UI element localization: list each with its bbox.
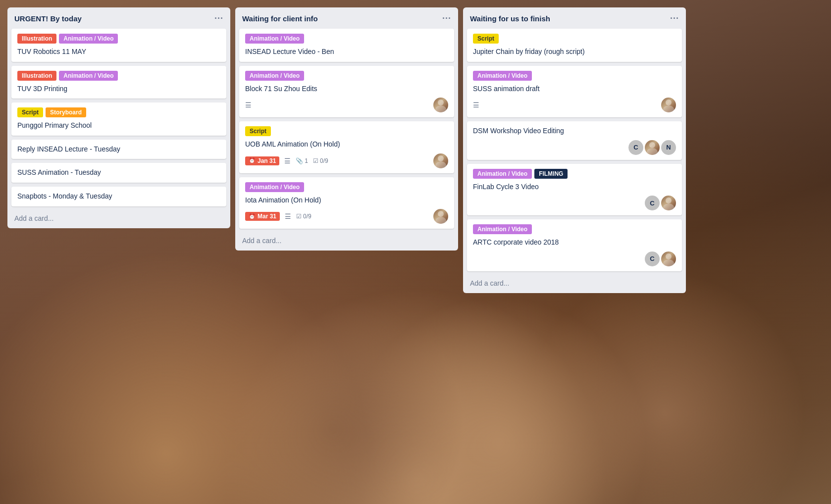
card-labels: Illustration Animation / Video <box>17 71 220 81</box>
column-title-waiting-us: Waiting for us to finish <box>470 14 550 23</box>
column-header-waiting-us: Waiting for us to finish ··· <box>463 7 686 29</box>
column-menu-waiting-client[interactable]: ··· <box>442 13 451 24</box>
clock-icon: ⏰ <box>249 213 256 220</box>
due-badge: ⏰ Mar 31 <box>245 212 280 221</box>
card-punggol[interactable]: Script Storyboard Punggol Primary School <box>11 102 226 136</box>
card-title: FinLab Cycle 3 Video <box>473 182 676 192</box>
checklist: ☑ 0/9 <box>313 157 328 164</box>
card-meta-left: ☰ <box>473 101 479 109</box>
card-meta: ☰ <box>473 98 676 112</box>
label-illustration: Illustration <box>17 34 56 44</box>
card-meta-left: ⏰ Mar 31 ☰ ☑ 0/9 <box>245 212 312 221</box>
attachment-icon: 📎 <box>296 157 303 164</box>
card-title: Iota Animation (On Hold) <box>245 196 448 205</box>
card-labels: Script Storyboard <box>17 107 220 117</box>
board: URGENT! By today ··· Illustration Animat… <box>0 0 831 504</box>
checklist-icon: ☑ <box>313 157 318 164</box>
card-labels: Script <box>245 126 448 136</box>
card-labels: Animation / Video <box>473 224 676 234</box>
card-dsm-workshop[interactable]: DSM Workshop Video Editing C N <box>467 121 682 160</box>
due-date: Jan 31 <box>258 157 276 164</box>
column-cards-waiting-client: Animation / Video INSEAD Lecture Video -… <box>235 29 458 233</box>
label-animation: Animation / Video <box>245 34 304 44</box>
column-header-urgent: URGENT! By today ··· <box>7 7 230 29</box>
due-date: Mar 31 <box>258 213 276 220</box>
card-suss-animation[interactable]: SUSS Animation - Tuesday <box>11 163 226 183</box>
attachment-count: 📎 1 <box>296 157 308 164</box>
label-animation: Animation / Video <box>59 71 118 81</box>
card-jupiter-chain[interactable]: Script Jupiter Chain by friday (rough sc… <box>467 29 682 62</box>
column-waiting-client: Waiting for client info ··· Animation / … <box>235 7 458 251</box>
card-uob-aml[interactable]: Script UOB AML Animation (On Hold) ⏰ Jan… <box>239 121 454 173</box>
column-title-waiting-client: Waiting for client info <box>242 14 318 23</box>
avatars: C N <box>628 140 676 155</box>
card-labels: Animation / Video <box>245 34 448 44</box>
add-card-waiting-client[interactable]: Add a card... <box>235 233 458 251</box>
description-icon: ☰ <box>285 212 291 220</box>
column-title-urgent: URGENT! By today <box>14 14 82 23</box>
avatar-photo <box>661 196 676 210</box>
clock-icon: ⏰ <box>249 157 256 164</box>
card-title: DSM Workshop Video Editing <box>473 126 676 136</box>
column-waiting-us: Waiting for us to finish ··· Script Jupi… <box>463 7 686 293</box>
avatar-photo <box>645 140 660 155</box>
label-animation: Animation / Video <box>473 224 532 234</box>
card-labels: Script <box>473 34 676 44</box>
label-storyboard: Storyboard <box>46 107 86 117</box>
label-filming: FILMING <box>534 169 568 179</box>
card-title: TUV 3D Printing <box>17 84 220 94</box>
avatar-photo <box>661 252 676 266</box>
card-labels: Animation / Video <box>245 182 448 192</box>
card-title: Punggol Primary School <box>17 121 220 131</box>
description-icon: ☰ <box>473 101 479 109</box>
card-block71[interactable]: Animation / Video Block 71 Su Zhou Edits… <box>239 66 454 118</box>
column-menu-waiting-us[interactable]: ··· <box>670 13 679 24</box>
checklist: ☑ 0/9 <box>296 213 312 220</box>
card-meta: ⏰ Mar 31 ☰ ☑ 0/9 <box>245 209 448 224</box>
card-meta: C N <box>473 140 676 155</box>
column-header-waiting-client: Waiting for client info ··· <box>235 7 458 29</box>
label-illustration: Illustration <box>17 71 56 81</box>
card-title: ARTC corporate video 2018 <box>473 238 676 248</box>
card-artc[interactable]: Animation / Video ARTC corporate video 2… <box>467 219 682 271</box>
card-tuv-3d[interactable]: Illustration Animation / Video TUV 3D Pr… <box>11 66 226 99</box>
column-menu-urgent[interactable]: ··· <box>214 13 223 24</box>
card-title: SUSS Animation - Tuesday <box>17 168 220 178</box>
card-finlab[interactable]: Animation / Video FILMING FinLab Cycle 3… <box>467 164 682 216</box>
label-animation: Animation / Video <box>245 71 304 81</box>
checklist-icon: ☑ <box>296 213 302 220</box>
card-insead-lecture[interactable]: Animation / Video INSEAD Lecture Video -… <box>239 29 454 62</box>
avatar-photo <box>433 209 448 224</box>
card-meta-left: ☰ <box>245 101 252 109</box>
avatars <box>433 98 448 112</box>
description-icon: ☰ <box>284 157 291 165</box>
label-animation: Animation / Video <box>473 71 532 81</box>
card-labels: Animation / Video FILMING <box>473 169 676 179</box>
due-badge: ⏰ Jan 31 <box>245 156 279 165</box>
avatars <box>433 153 448 168</box>
card-iota[interactable]: Animation / Video Iota Animation (On Hol… <box>239 177 454 229</box>
card-suss-draft[interactable]: Animation / Video SUSS animation draft ☰ <box>467 66 682 118</box>
avatars <box>661 98 676 112</box>
card-title: Jupiter Chain by friday (rough script) <box>473 47 676 57</box>
avatar-photo <box>661 98 676 112</box>
card-title: Block 71 Su Zhou Edits <box>245 84 448 94</box>
avatar-c: C <box>645 252 660 266</box>
card-meta-left: ⏰ Jan 31 ☰ 📎 1 ☑ 0/9 <box>245 156 328 165</box>
card-snapbots[interactable]: Snapbots - Monday & Tuesday <box>11 187 226 206</box>
card-meta: ☰ <box>245 98 448 112</box>
avatar-c: C <box>628 140 643 155</box>
card-title: INSEAD Lecture Video - Ben <box>245 47 448 57</box>
card-reply-insead[interactable]: Reply INSEAD Lecture - Tuesday <box>11 140 226 159</box>
card-meta: C <box>473 252 676 266</box>
add-card-waiting-us[interactable]: Add a card... <box>463 275 686 293</box>
card-title: TUV Robotics 11 MAY <box>17 47 220 57</box>
card-labels: Animation / Video <box>473 71 676 81</box>
avatars: C <box>645 196 676 210</box>
card-meta: C <box>473 196 676 210</box>
add-card-urgent[interactable]: Add a card... <box>7 210 230 228</box>
card-title: Snapbots - Monday & Tuesday <box>17 192 220 202</box>
label-animation: Animation / Video <box>59 34 118 44</box>
card-tuv-robotics[interactable]: Illustration Animation / Video TUV Robot… <box>11 29 226 62</box>
card-labels: Illustration Animation / Video <box>17 34 220 44</box>
